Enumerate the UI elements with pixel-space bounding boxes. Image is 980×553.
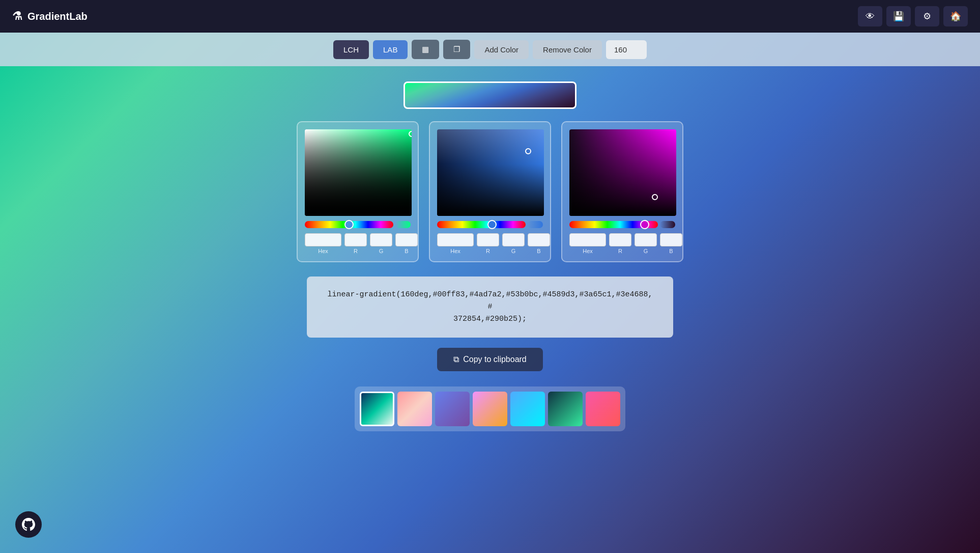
gradient-preview-bar[interactable] bbox=[403, 81, 577, 109]
green-r-field: 0 R bbox=[344, 233, 367, 254]
purple-g-field: 11 G bbox=[635, 233, 657, 254]
green-b-label: B bbox=[405, 248, 408, 254]
blue-r-field: 49 R bbox=[477, 233, 499, 254]
purple-color-picker: 290B25 Hex 41 R 11 G 37 B bbox=[561, 121, 683, 262]
preset-3[interactable] bbox=[435, 392, 470, 426]
green-hex-field: 00FF83 Hex bbox=[305, 233, 341, 254]
blue-color-picker: 3176DE Hex 49 R 118 G 222 B bbox=[429, 121, 551, 262]
blue-fields-row: 3176DE Hex 49 R 118 G 222 B bbox=[437, 233, 543, 254]
home-button[interactable]: 🏠 bbox=[943, 6, 968, 26]
green-r-input[interactable]: 0 bbox=[344, 233, 367, 246]
app-title: GradientLab bbox=[27, 11, 88, 22]
blue-r-label: R bbox=[486, 248, 490, 254]
preset-1[interactable] bbox=[360, 392, 394, 426]
purple-b-field: 37 B bbox=[660, 233, 682, 254]
add-color-button[interactable]: Add Color bbox=[474, 40, 529, 59]
logo-area: ⚗ GradientLab bbox=[12, 10, 88, 23]
angle-input[interactable]: 160 bbox=[606, 40, 647, 59]
green-sliders-row bbox=[305, 221, 411, 228]
purple-hex-input[interactable]: 290B25 bbox=[569, 233, 606, 246]
green-fields-row: 00FF83 Hex 0 R 255 G 131 B bbox=[305, 233, 411, 254]
main-content: 00FF83 Hex 0 R 255 G 131 B bbox=[0, 66, 980, 447]
color-pickers-row: 00FF83 Hex 0 R 255 G 131 B bbox=[297, 121, 683, 262]
app-header: ⚗ GradientLab 👁 💾 ⚙ 🏠 bbox=[0, 0, 980, 33]
purple-hex-label: Hex bbox=[583, 248, 593, 254]
blue-hex-field: 3176DE Hex bbox=[437, 233, 474, 254]
lab-button[interactable]: LAB bbox=[373, 40, 408, 59]
blue-b-field: 222 B bbox=[528, 233, 550, 254]
gradient-code-text: linear-gradient(160deg,#00ff83,#4ad7a2,#… bbox=[327, 289, 653, 325]
purple-opacity-slider[interactable] bbox=[660, 221, 675, 228]
purple-fields-row: 290B25 Hex 41 R 11 G 37 B bbox=[569, 233, 675, 254]
blue-opacity-slider[interactable] bbox=[528, 221, 543, 228]
green-color-picker: 00FF83 Hex 0 R 255 G 131 B bbox=[297, 121, 419, 262]
save-button[interactable]: 💾 bbox=[886, 6, 911, 26]
remove-color-button[interactable]: Remove Color bbox=[533, 40, 602, 59]
blue-g-label: G bbox=[511, 248, 516, 254]
green-hex-label: Hex bbox=[318, 248, 328, 254]
blue-b-input[interactable]: 222 bbox=[528, 233, 550, 246]
preset-6[interactable] bbox=[548, 392, 583, 426]
preview-button[interactable]: 👁 bbox=[858, 6, 882, 26]
purple-picker-canvas[interactable] bbox=[569, 129, 676, 216]
blue-g-input[interactable]: 118 bbox=[502, 233, 525, 246]
logo-icon: ⚗ bbox=[12, 10, 22, 23]
purple-g-label: G bbox=[644, 248, 648, 254]
green-g-label: G bbox=[379, 248, 384, 254]
blue-r-input[interactable]: 49 bbox=[477, 233, 499, 246]
purple-b-label: B bbox=[669, 248, 673, 254]
blue-hex-label: Hex bbox=[450, 248, 460, 254]
green-opacity-slider[interactable] bbox=[395, 221, 411, 228]
green-hue-slider[interactable] bbox=[305, 221, 393, 228]
copy-icon: ⧉ bbox=[453, 355, 459, 364]
gradient-code-box: linear-gradient(160deg,#00ff83,#4ad7a2,#… bbox=[307, 276, 673, 338]
green-hex-input[interactable]: 00FF83 bbox=[305, 233, 341, 246]
green-r-label: R bbox=[354, 248, 358, 254]
copy-to-clipboard-button[interactable]: ⧉ Copy to clipboard bbox=[437, 348, 543, 371]
copy-button-label: Copy to clipboard bbox=[463, 355, 527, 364]
green-g-input[interactable]: 255 bbox=[370, 233, 392, 246]
icon2-button[interactable]: ❐ bbox=[443, 40, 470, 59]
purple-r-input[interactable]: 41 bbox=[609, 233, 631, 246]
purple-g-input[interactable]: 11 bbox=[635, 233, 657, 246]
purple-r-label: R bbox=[618, 248, 622, 254]
preset-5[interactable] bbox=[510, 392, 545, 426]
blue-hex-input[interactable]: 3176DE bbox=[437, 233, 474, 246]
green-b-input[interactable]: 131 bbox=[395, 233, 418, 246]
green-g-field: 255 G bbox=[370, 233, 392, 254]
green-b-field: 131 B bbox=[395, 233, 418, 254]
purple-r-field: 41 R bbox=[609, 233, 631, 254]
green-picker-canvas[interactable] bbox=[305, 129, 412, 216]
blue-picker-dot[interactable] bbox=[525, 148, 531, 154]
purple-hue-slider[interactable] bbox=[569, 221, 658, 228]
blue-g-field: 118 G bbox=[502, 233, 525, 254]
blue-picker-canvas[interactable] bbox=[437, 129, 544, 216]
toolbar: LCH LAB ▦ ❐ Add Color Remove Color 160 bbox=[0, 33, 980, 66]
presets-row bbox=[355, 386, 625, 431]
purple-hex-field: 290B25 Hex bbox=[569, 233, 606, 254]
preset-7[interactable] bbox=[586, 392, 620, 426]
lch-button[interactable]: LCH bbox=[333, 40, 369, 59]
purple-sliders-row bbox=[569, 221, 675, 228]
settings-button[interactable]: ⚙ bbox=[915, 6, 939, 26]
preset-2[interactable] bbox=[397, 392, 432, 426]
blue-hue-slider[interactable] bbox=[437, 221, 526, 228]
purple-b-input[interactable]: 37 bbox=[660, 233, 682, 246]
purple-picker-dot[interactable] bbox=[652, 194, 658, 200]
github-button[interactable] bbox=[15, 511, 42, 538]
icon1-button[interactable]: ▦ bbox=[412, 40, 439, 59]
header-icons: 👁 💾 ⚙ 🏠 bbox=[858, 6, 968, 26]
blue-b-label: B bbox=[537, 248, 540, 254]
green-picker-dot[interactable] bbox=[409, 131, 412, 137]
blue-sliders-row bbox=[437, 221, 543, 228]
preset-4[interactable] bbox=[473, 392, 507, 426]
github-icon bbox=[22, 518, 35, 531]
